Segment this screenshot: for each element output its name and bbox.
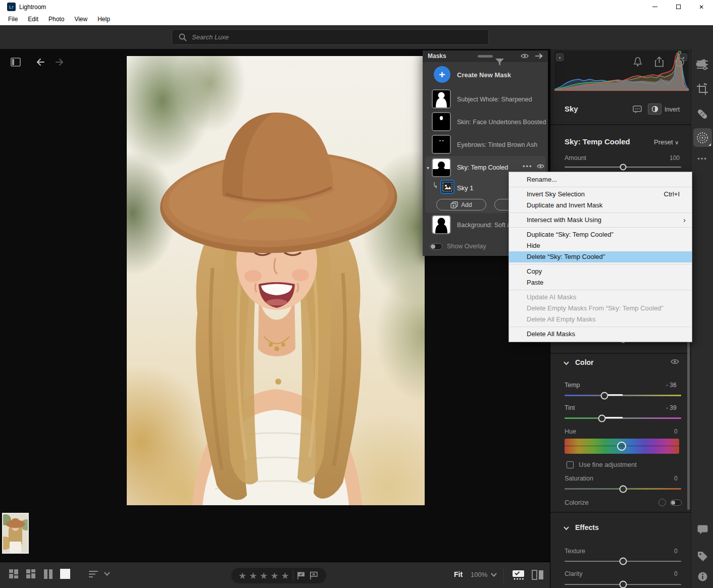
square-grid-view-icon[interactable] <box>26 569 36 579</box>
help-icon[interactable]: ? <box>675 58 684 67</box>
mask-options-icon[interactable]: ••• <box>523 163 533 170</box>
sky-mask-eye-icon[interactable] <box>537 164 544 169</box>
mask-comment-icon[interactable] <box>633 105 642 114</box>
colorize-toggle[interactable] <box>670 500 682 506</box>
masks-panel-header[interactable]: Masks <box>423 50 548 62</box>
menu-item-duplicate-and-invert-mask[interactable]: Duplicate and Invert Mask <box>509 200 692 211</box>
color-section-title[interactable]: Color <box>575 358 594 366</box>
forward-arrow-icon[interactable] <box>55 58 65 67</box>
preset-dropdown[interactable]: Preset ∨ <box>654 138 679 146</box>
share-icon[interactable] <box>654 57 664 67</box>
sort-chevron-icon[interactable] <box>104 572 110 576</box>
sky-mask-label[interactable]: Sky: Temp Cooled <box>457 164 508 171</box>
info-icon[interactable] <box>691 572 713 581</box>
clarity-slider[interactable] <box>565 584 681 585</box>
color-visibility-eye-icon[interactable] <box>671 358 679 365</box>
tint-slider-knob[interactable] <box>598 414 605 422</box>
mask-item-label[interactable]: Background: Soft & L <box>457 222 517 229</box>
grid-view-icon[interactable] <box>9 569 19 579</box>
menu-edit[interactable]: Edit <box>23 16 43 23</box>
mask-item-label[interactable]: Subject Whole: Sharpened <box>457 96 532 103</box>
create-new-mask-label[interactable]: Create New Mask <box>457 71 511 79</box>
menu-item-invert-sky-selection[interactable]: Invert Sky Selection Ctrl+I <box>509 189 692 200</box>
fit-button[interactable]: Fit <box>454 570 463 578</box>
sort-icon[interactable] <box>89 570 100 578</box>
mask-thumbnail-subject[interactable] <box>432 89 451 109</box>
search-input[interactable]: Search Luxe <box>172 29 489 45</box>
masking-tool-active-background[interactable] <box>693 128 712 147</box>
menu-file[interactable]: File <box>3 16 23 23</box>
texture-slider[interactable] <box>565 561 681 562</box>
menu-item-copy[interactable]: Copy <box>509 266 692 277</box>
mask-item-label[interactable]: Skin: Face Undertones Boosted <box>457 119 546 126</box>
sky1-component-thumbnail[interactable] <box>440 180 454 194</box>
minimize-button[interactable] <box>643 0 667 14</box>
close-button[interactable]: ✕ <box>690 0 713 14</box>
before-after-icon[interactable] <box>532 570 544 580</box>
menu-view[interactable]: View <box>69 16 92 23</box>
hue-slider[interactable] <box>565 439 679 454</box>
detail-view-icon[interactable] <box>60 569 70 579</box>
temp-slider-knob[interactable] <box>600 392 608 399</box>
create-new-mask-icon[interactable]: + <box>434 66 450 83</box>
filmstrip-thumbnail[interactable] <box>2 513 29 554</box>
grid-select-icon[interactable] <box>513 570 524 580</box>
color-collapse-chevron-icon[interactable] <box>564 361 569 365</box>
menu-item-duplicate-sky-temp-cooled[interactable]: Duplicate “Sky: Temp Cooled” <box>509 229 692 240</box>
menu-help[interactable]: Help <box>92 16 115 23</box>
crop-icon[interactable] <box>691 83 713 95</box>
compare-view-icon[interactable] <box>43 569 53 579</box>
add-to-mask-button[interactable]: Add <box>436 199 486 210</box>
show-overlay-toggle[interactable] <box>430 243 442 250</box>
menu-item-delete-sky-temp-cooled[interactable]: Delete “Sky: Temp Cooled” <box>509 251 692 262</box>
menu-item-hide[interactable]: Hide <box>509 240 692 251</box>
menu-item-intersect-with-mask-using[interactable]: Intersect with Mask Using › <box>509 215 692 226</box>
notifications-bell-icon[interactable] <box>633 57 642 67</box>
main-photo[interactable] <box>127 56 425 505</box>
menu-item-paste[interactable]: Paste <box>509 277 692 288</box>
saturation-slider[interactable] <box>565 488 681 490</box>
masks-panel-drag-handle[interactable] <box>478 55 493 58</box>
invert-mask-button[interactable] <box>648 103 661 115</box>
more-tools-icon[interactable]: ••• <box>691 155 713 163</box>
colorize-swatch-icon[interactable] <box>658 499 666 506</box>
panel-toggle-icon[interactable] <box>11 58 21 67</box>
menu-item-rename[interactable]: Rename... <box>509 174 692 185</box>
cloud-sync-icon[interactable] <box>696 59 708 67</box>
mask-thumbnail-sky[interactable] <box>432 158 451 177</box>
group-caret-icon[interactable]: ▾ <box>427 165 429 171</box>
effects-collapse-chevron-icon[interactable] <box>564 526 569 530</box>
texture-slider-knob[interactable] <box>619 558 627 565</box>
effects-section-title[interactable]: Effects <box>575 523 599 531</box>
masks-dock-arrow-icon[interactable] <box>535 53 543 59</box>
mask-thumbnail-skin[interactable] <box>432 112 451 131</box>
mask-thumbnail-eyebrows[interactable] <box>432 135 451 154</box>
mask-item-label[interactable]: Eyebrows: Tinted Brown Ash <box>457 141 537 148</box>
tint-slider[interactable] <box>565 417 681 419</box>
histogram-collapse-left-icon[interactable]: ▴ <box>556 54 564 61</box>
filter-icon[interactable] <box>495 59 504 66</box>
fine-adjustment-checkbox[interactable] <box>567 461 574 468</box>
maximize-button[interactable] <box>667 0 690 14</box>
amount-slider[interactable] <box>565 167 681 168</box>
saturation-slider-knob[interactable] <box>619 485 627 493</box>
zoom-level[interactable]: 100% <box>471 571 487 578</box>
menu-photo[interactable]: Photo <box>43 16 69 23</box>
amount-slider-knob[interactable] <box>620 164 626 171</box>
healing-icon[interactable] <box>691 108 713 121</box>
clarity-slider-knob[interactable] <box>619 581 627 588</box>
mask-thumbnail-background[interactable] <box>432 215 451 234</box>
reject-flag-icon[interactable] <box>310 571 318 580</box>
masks-visibility-eye-icon[interactable] <box>521 53 529 59</box>
star-rating[interactable]: ★★★★★ <box>231 570 292 581</box>
zoom-chevron-icon[interactable] <box>491 573 497 577</box>
hue-slider-knob[interactable] <box>617 442 626 451</box>
keywords-tag-icon[interactable] <box>691 551 713 562</box>
temp-slider[interactable] <box>565 395 681 396</box>
comments-icon[interactable] <box>691 525 713 534</box>
sky1-component-label[interactable]: Sky 1 <box>457 184 474 192</box>
menu-item-delete-all-masks[interactable]: Delete All Masks <box>509 329 692 340</box>
histogram[interactable]: ▴ ▴ <box>554 50 689 91</box>
pick-flag-icon[interactable] <box>297 571 305 580</box>
back-arrow-icon[interactable] <box>35 58 45 67</box>
